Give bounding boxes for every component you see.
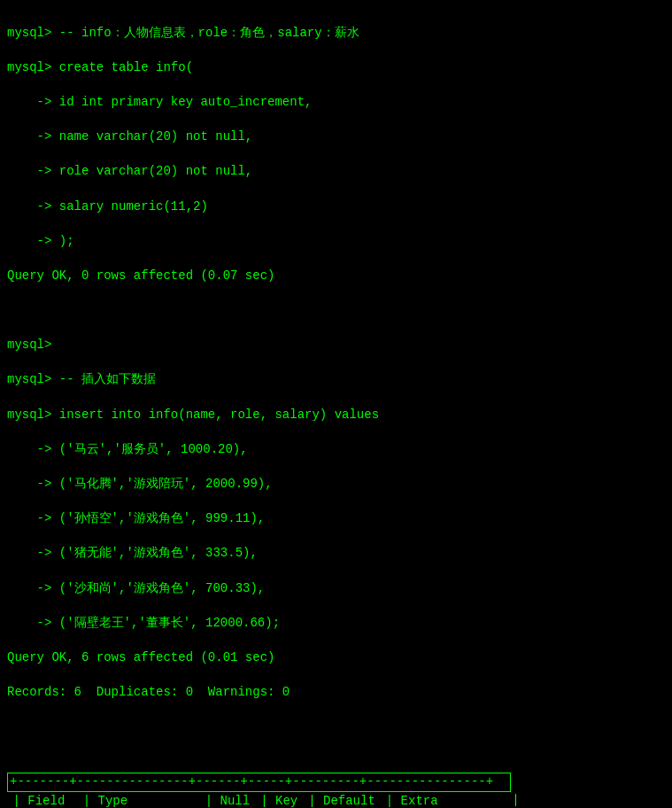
line-13: -> ('马化腾','游戏陪玩', 2000.99), (7, 476, 665, 493)
blank-2 (7, 719, 665, 736)
line-6: -> salary numeric(11,2) (7, 198, 665, 216)
line-11: mysql> insert into info(name, role, sala… (7, 407, 665, 424)
line-19: Records: 6 Duplicates: 0 Warnings: 0 (7, 684, 665, 702)
line-9: mysql> (7, 337, 665, 354)
line-1: mysql> -- info：人物信息表，role：角色，salary：薪水 (7, 25, 665, 43)
line-18: Query OK, 6 rows affected (0.01 sec) (7, 649, 665, 667)
line-10: mysql> -- 插入如下数据 (7, 371, 665, 389)
line-7: -> ); (7, 233, 665, 251)
line-3: -> id int primary key auto_increment, (7, 94, 665, 112)
line-16: -> ('沙和尚','游戏角色', 700.33), (7, 580, 665, 598)
line-4: -> name varchar(20) not null, (7, 128, 665, 146)
blank-1 (7, 302, 665, 320)
line-8: Query OK, 0 rows affected (0.07 sec) (7, 268, 665, 285)
line-15: -> ('猪无能','游戏角色', 333.5), (7, 545, 665, 563)
desc-table: +-------+---------------+------+-----+--… (7, 773, 521, 808)
terminal: mysql> -- info：人物信息表，role：角色，salary：薪水 m… (7, 7, 665, 771)
line-12: -> ('马云','服务员', 1000.20), (7, 441, 665, 459)
line-14: -> ('孙悟空','游戏角色', 999.11), (7, 510, 665, 528)
line-17: -> ('隔壁老王','董事长', 12000.66); (7, 615, 665, 633)
line-2: mysql> create table info( (7, 59, 665, 77)
line-5: -> role varchar(20) not null, (7, 163, 665, 181)
desc-table-container: +-------+---------------+------+-----+--… (7, 773, 665, 808)
